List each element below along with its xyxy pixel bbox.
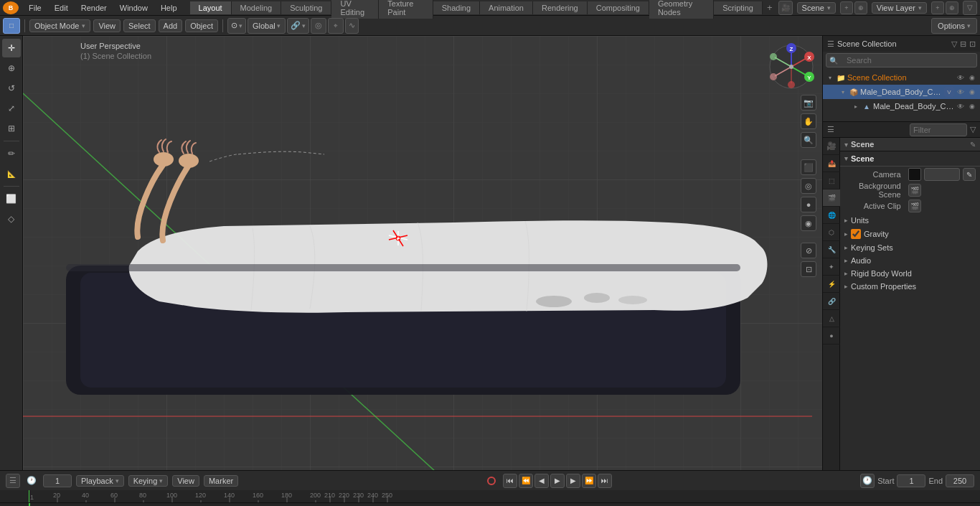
camera-select-btn[interactable]: ✎	[963, 168, 976, 181]
outliner-scene-collection[interactable]: ▾ 📁 Scene Collection 👁 ◉	[823, 70, 980, 85]
timeline-frame-icon[interactable]: 🕐	[24, 474, 39, 488]
shading-eevee-icon[interactable]: ◉	[801, 215, 816, 231]
hand-tool-icon[interactable]: ✋	[801, 113, 816, 129]
properties-filter-icon[interactable]: ▽	[970, 125, 976, 134]
view-layer-tab[interactable]: ⬚	[823, 172, 840, 189]
item1-toggle[interactable]: ▸	[852, 102, 860, 111]
menu-edit[interactable]: Edit	[49, 2, 74, 14]
object-tab[interactable]: ⬡	[823, 224, 840, 241]
active-clip-icon[interactable]: 🎬	[908, 200, 921, 212]
current-frame-input[interactable]	[43, 474, 72, 487]
scene-selector[interactable]: Scene ▾	[797, 2, 836, 14]
prev-keyframe-btn[interactable]: ⏪	[519, 474, 533, 488]
workspace-texture[interactable]: Texture Paint	[379, 0, 433, 19]
next-keyframe-btn[interactable]: ⏩	[582, 474, 596, 488]
transform-pivot[interactable]: ⊙ ▾	[227, 18, 246, 34]
start-frame-input[interactable]	[897, 474, 925, 487]
scene-section-header[interactable]: ▾ Scene	[840, 151, 980, 167]
custom-props-section[interactable]: ▸ Custom Properties	[840, 280, 980, 293]
workspace-layout[interactable]: Layout	[190, 1, 232, 14]
view-layer-copy-btn[interactable]: ⊕	[946, 1, 958, 14]
step-back-btn[interactable]: ◀	[534, 474, 549, 488]
collection-eye-icon[interactable]: 👁	[956, 72, 966, 83]
item0-render-icon[interactable]: ◉	[967, 87, 977, 97]
properties-search-input[interactable]	[910, 123, 967, 136]
shading-material-icon[interactable]: ◎	[801, 178, 816, 194]
data-tab[interactable]: △	[823, 310, 840, 327]
camera-field[interactable]	[924, 168, 960, 181]
menu-window[interactable]: Window	[114, 2, 154, 14]
marker-dropdown[interactable]: Marker	[204, 475, 238, 487]
annotate-tool[interactable]: ✏	[2, 144, 21, 163]
output-tab[interactable]: 📤	[823, 155, 840, 172]
menu-file[interactable]: File	[23, 2, 47, 14]
select-menu-btn[interactable]: Select	[123, 19, 156, 32]
workspace-geometry[interactable]: Geometry Nodes	[649, 0, 714, 19]
step-forward-btn[interactable]: ▶	[566, 474, 580, 488]
camera-view-icon[interactable]: 📷	[801, 95, 816, 111]
navigation-gizmo[interactable]: X Y Z	[766, 42, 816, 92]
object-menu-btn[interactable]: Object	[185, 19, 218, 32]
scene-edit-icon[interactable]: ✎	[970, 141, 976, 149]
scene-tab[interactable]: 🎬	[823, 189, 840, 207]
modifiers-tab[interactable]: 🔧	[823, 241, 840, 258]
physics-tab[interactable]: ⚡	[823, 276, 840, 293]
view-layer-selector[interactable]: View Layer ▾	[872, 2, 927, 14]
item1-eye-icon[interactable]: 👁	[956, 101, 966, 111]
timeline-clock-icon[interactable]: 🕐	[860, 474, 875, 488]
item0-toggle[interactable]: ▾	[839, 88, 847, 96]
world-tab[interactable]: 🌐	[823, 207, 840, 224]
outliner-search-input[interactable]	[844, 54, 971, 67]
outliner-item-1[interactable]: ▸ ▲ Male_Dead_Body_Coven 👁 ◉	[823, 99, 980, 113]
play-btn[interactable]: ▶	[550, 474, 565, 488]
scene-copy-btn[interactable]: ⊕	[854, 1, 867, 14]
collection-render-icon[interactable]: ◉	[967, 72, 977, 83]
transform-tool[interactable]: ⊞	[2, 119, 21, 138]
measure-tool[interactable]: 📐	[2, 164, 21, 183]
shading-rendered-icon[interactable]: ●	[801, 197, 816, 212]
record-btn[interactable]	[487, 477, 496, 485]
end-frame-input[interactable]	[946, 474, 974, 487]
keying-sets-section[interactable]: ▸ Keying Sets	[840, 241, 980, 254]
audio-section[interactable]: ▸ Audio	[840, 254, 980, 267]
filter-icon[interactable]: ▽	[963, 1, 977, 15]
units-section[interactable]: ▸ Units	[840, 214, 980, 227]
scale-tool[interactable]: ⤢	[2, 99, 21, 118]
cursor-tool[interactable]: ✛	[2, 39, 21, 57]
rigid-body-section[interactable]: ▸ Rigid Body World	[840, 267, 980, 280]
workspace-scripting[interactable]: Scripting	[714, 1, 763, 14]
outliner-item-0[interactable]: ▾ 📦 Male_Dead_Body_Covered_w V 👁 ◉	[823, 85, 980, 99]
shading-solid-icon[interactable]: ⬛	[801, 159, 816, 175]
menu-render[interactable]: Render	[75, 2, 113, 14]
keying-dropdown[interactable]: Keying ▾	[128, 475, 169, 487]
menu-help[interactable]: Help	[155, 2, 183, 14]
object-mode-dropdown[interactable]: Object Mode ▾	[29, 19, 90, 32]
workspace-sculpting[interactable]: Sculpting	[281, 1, 331, 14]
workspace-compositing[interactable]: Compositing	[588, 1, 649, 14]
overlay-icon[interactable]: ⊘	[801, 243, 816, 258]
item1-render-icon[interactable]: ◉	[967, 101, 977, 111]
xray-icon[interactable]: ⊡	[801, 261, 816, 277]
move-tool[interactable]: ⊕	[2, 59, 21, 78]
curve-btn[interactable]: ∿	[345, 18, 359, 34]
playback-dropdown[interactable]: Playback ▾	[76, 475, 124, 487]
constraints-tab[interactable]: 🔗	[823, 293, 840, 310]
view-layer-new-btn[interactable]: +	[931, 1, 944, 14]
outliner-sync-btn[interactable]: ⊡	[969, 39, 976, 49]
workspace-shading[interactable]: Shading	[433, 1, 480, 14]
add-menu-btn[interactable]: Add	[159, 19, 183, 32]
gravity-section[interactable]: ▸ Gravity	[840, 227, 980, 241]
collection-toggle[interactable]: ▾	[826, 73, 834, 82]
transform-global[interactable]: Global ▾	[248, 18, 286, 34]
workspace-uv[interactable]: UV Editing	[331, 0, 379, 19]
view-dropdown[interactable]: View	[172, 475, 199, 487]
outliner-filter-btn[interactable]: ▽	[951, 39, 957, 49]
blender-logo[interactable]: B	[3, 1, 19, 14]
workspace-add-button[interactable]: +	[763, 1, 777, 14]
background-scene-icon[interactable]: 🎬	[908, 184, 921, 197]
material-tab[interactable]: ●	[823, 327, 840, 345]
zoom-icon[interactable]: 🔍	[801, 132, 816, 148]
snap-proportional[interactable]: ⌖	[328, 18, 344, 34]
item0-eye-icon[interactable]: 👁	[956, 87, 966, 97]
render-tab[interactable]: 🎥	[823, 138, 840, 155]
